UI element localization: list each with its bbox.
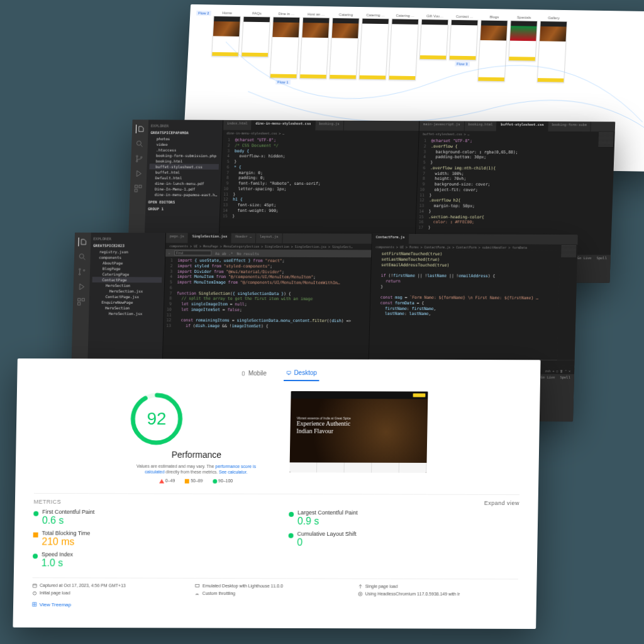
svg-rect-23: [33, 602, 36, 606]
activity-bar: [128, 119, 148, 252]
report-footer: Captured at Oct 17, 2023, 4:56 PM GMT+13…: [32, 577, 518, 597]
view-treemap-link[interactable]: View Treemap: [32, 602, 72, 608]
find-input[interactable]: [174, 250, 211, 255]
debug-icon[interactable]: [134, 169, 143, 178]
files-icon[interactable]: [78, 238, 87, 247]
files-icon[interactable]: [136, 125, 145, 133]
score-legend: 0–49 50–89 90–100: [128, 479, 265, 484]
file-item[interactable]: HeroSection.jsx: [91, 311, 161, 316]
code-area[interactable]: 1 import { useState, useEffect } from "r…: [164, 257, 371, 331]
tab-mobile[interactable]: Mobile: [238, 365, 269, 381]
board-col-home: Home: [222, 11, 232, 14]
performance-gauge: 92: [128, 391, 186, 447]
desktop-icon: [195, 584, 200, 589]
file-item[interactable]: registry.json: [93, 249, 163, 255]
board-col-dinein: Dine in …: [278, 12, 294, 16]
board-col-catering3: Catering …: [396, 14, 414, 18]
code-area[interactable]: setFirstNameTouched(true) setLastNameTou…: [370, 250, 577, 319]
board-col-catering2: Catering …: [366, 13, 385, 17]
board-col-specials: Specials: [517, 16, 531, 19]
flow-tag-3[interactable]: Flow 3: [455, 62, 470, 67]
site-preview: Vibrant essence of India at Great Spice …: [289, 391, 428, 473]
metrics-grid: First Contentful Paint 0.6 s Largest Con…: [33, 509, 519, 570]
performance-label: Performance: [128, 450, 265, 460]
performance-score: 92: [128, 391, 186, 447]
chevron-right-icon[interactable]: ›: [168, 251, 170, 255]
branch-icon[interactable]: [135, 154, 143, 163]
code-area[interactable]: 1 @charset "UTF-8"; 2 .overflow { 3 back…: [416, 137, 614, 233]
treemap-icon: [32, 602, 37, 607]
project-name[interactable]: GREATSPICE2023: [93, 243, 163, 248]
tab-desktop[interactable]: Desktop: [284, 365, 319, 381]
board-header-row: Flow 2 Home FAQs Dine in …Flow 1 Host an…: [192, 11, 644, 91]
branch-icon[interactable]: [77, 267, 86, 276]
preview-headline-2: Indian Flavour: [296, 428, 350, 435]
explorer-title: EXPLORER: [151, 123, 220, 128]
editor-tab[interactable]: main-javascript.js: [419, 121, 465, 131]
svg-rect-12: [82, 299, 84, 301]
explorer-sidebar: EXPLORER GREATSPICE2023 registry.json co…: [87, 233, 165, 373]
board-col-host: Host an …: [308, 13, 325, 16]
extensions-icon[interactable]: [133, 184, 142, 193]
extensions-icon[interactable]: [77, 297, 86, 306]
svg-point-0: [136, 141, 141, 145]
performance-note: Values are estimated and may vary. The p…: [128, 464, 265, 475]
metric-si: Speed Index 1.0 s: [33, 551, 264, 569]
preview-cta-button: [413, 393, 426, 397]
see-calc-link[interactable]: See calculator.: [219, 470, 248, 474]
find-options[interactable]: Aa ab .*: [215, 251, 233, 255]
lighthouse-report: Mobile Desktop 92 Performance Values are…: [13, 358, 540, 629]
editor-tab-active[interactable]: ContactForm.js: [372, 234, 409, 244]
device-tabs: Mobile Desktop: [36, 365, 522, 382]
mobile-icon: [241, 370, 246, 375]
editor-tab[interactable]: booking.html: [464, 121, 497, 131]
svg-point-8: [79, 269, 80, 270]
network-icon: [195, 591, 200, 596]
svg-rect-4: [135, 185, 137, 187]
search-icon[interactable]: [135, 140, 144, 148]
svg-point-2: [136, 160, 137, 162]
editor-tab-active[interactable]: SingleSection.jsx: [188, 233, 231, 243]
svg-point-1: [136, 155, 138, 157]
svg-rect-13: [78, 303, 80, 305]
svg-point-20: [33, 592, 36, 595]
preview-eyebrow: Vibrant essence of India at Great Spice: [297, 416, 351, 420]
board-col-contact: Contact …: [456, 14, 474, 18]
board-col-blogs: Blogs: [489, 15, 499, 19]
metric-tbt: Total Blocking Time 210 ms: [33, 530, 264, 548]
svg-rect-14: [242, 371, 244, 375]
search-icon[interactable]: [78, 252, 87, 261]
editor-tab[interactable]: booking.js: [315, 121, 344, 131]
expand-view-link[interactable]: Expand view: [484, 500, 519, 506]
explorer-title: EXPLORER: [93, 236, 163, 241]
triangle-icon: [159, 479, 164, 483]
board-col-faqs: FAQs: [252, 11, 262, 15]
find-status: No results: [236, 251, 259, 255]
svg-rect-15: [287, 371, 291, 374]
metric-lcp: Largest Contentful Paint 0.9 s: [289, 509, 519, 528]
flow-tag-2[interactable]: Flow 2: [196, 11, 211, 16]
debug-icon[interactable]: [77, 282, 86, 291]
metric-fcp: First Contentful Paint 0.6 s: [33, 509, 264, 527]
svg-rect-11: [78, 299, 80, 301]
activity-bar: [71, 233, 91, 372]
circle-icon: [213, 479, 217, 484]
svg-point-3: [141, 157, 142, 158]
editor-left: page.js SingleSection.jsx Header … layou…: [162, 233, 372, 374]
open-editors-label[interactable]: OPEN EDITORS: [148, 199, 217, 204]
square-icon: [185, 479, 189, 484]
editor-right: ContactForm.js components > UI > Forms >…: [368, 234, 578, 375]
editor-tab[interactable]: layout.js: [256, 233, 283, 243]
svg-point-10: [84, 270, 85, 271]
board-col-catering: Catering: [339, 13, 353, 16]
board-col-gift: Gift Vou…: [426, 14, 443, 18]
svg-point-9: [79, 274, 80, 275]
code-area[interactable]: 1 @charset "UTF-8"; 2 /* CSS Document */…: [220, 136, 419, 221]
svg-point-7: [79, 254, 84, 258]
desktop-icon: [287, 370, 292, 375]
editor-tab[interactable]: Header …: [231, 233, 256, 243]
preview-headline: Experience Authentic: [297, 420, 351, 428]
editor-tab[interactable]: page.js: [166, 233, 189, 243]
svg-rect-19: [196, 584, 199, 587]
timer-icon: [32, 591, 37, 596]
